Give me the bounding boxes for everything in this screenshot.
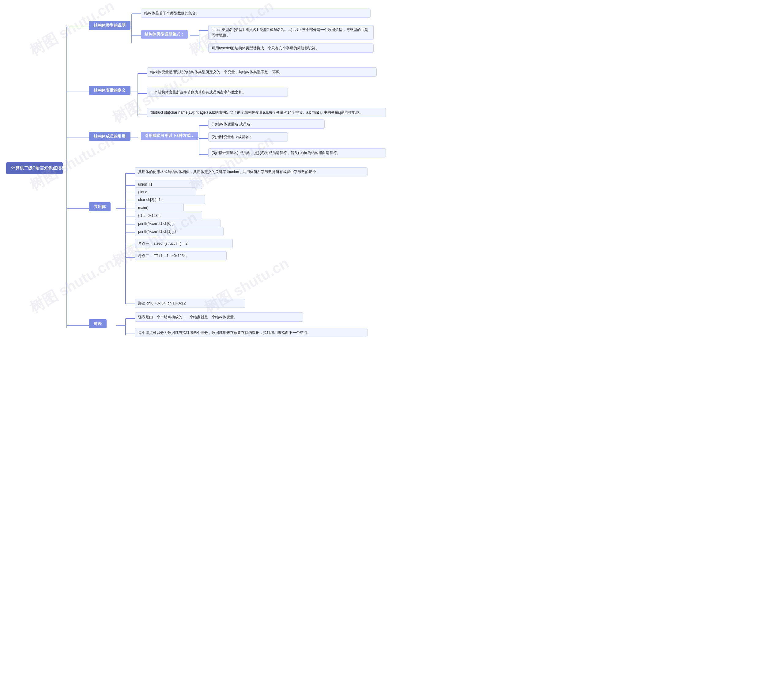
leaf-b1-sub-1: struct 类型名 {类型1 成员名1;类型2 成员名2;……}; 以上整个部… — [208, 25, 374, 40]
leaf-b1-sub-2: 可用typedef把结构体类型替换成一个只有几个字母的简短标识符。 — [208, 43, 374, 53]
root-label: 计算机二级C语言知识点结构体和共用 — [11, 166, 83, 170]
branch-struct-member: 结构体成员的引用 — [89, 132, 131, 141]
leaf-b3-2: (2)指针变量名->成员名； — [208, 133, 288, 141]
watermark-text: 树图 shutu.cn — [200, 253, 293, 318]
branch-struct-var: 结构体变量的定义 — [89, 86, 131, 95]
branch-struct-type: 结构体类型的说明 — [89, 21, 131, 30]
watermark-text: 树图 shutu.cn — [26, 0, 118, 60]
leaf-b2-3: 如struct stu{char name[10];int age;} a,b;… — [147, 108, 386, 117]
leaf-b4-8: printf("%x\n",t1.ch[1] );} — [135, 227, 223, 236]
leaf-b4-10: 考点二： TT t1 ; t1.a=0x1234; — [135, 251, 227, 260]
branch-linked-list: 链表 — [89, 319, 107, 328]
sub-branch-methods: 引用成员可用以下3种方式： — [141, 132, 198, 140]
root-node: 计算机二级C语言知识点结构体和共用 — [6, 162, 63, 174]
leaf-b3-3: (3)(*指针变量名).成员名。点(.)称为成员运算符，箭头(->)称为结构指向… — [208, 148, 386, 157]
leaf-b5-2: 每个结点可以分为数据域与指针域两个部分，数据域用来存放要存储的数据，指针域用来指… — [135, 328, 367, 337]
leaf-b4-9: 考点一： sizeof (struct TT) = 2; — [135, 239, 233, 248]
leaf-b5-1: 链表是由一个个结点构成的，一个结点就是一个结构体变量。 — [135, 312, 303, 321]
branch-union: 共用体 — [89, 202, 111, 211]
watermark-text: 树图 shutu.cn — [26, 253, 118, 318]
sub-branch-format: 结构体类型说明格式： — [141, 30, 188, 38]
leaf-b2-2: 一个结构体变量所占字节数为其所有成员所占字节数之和。 — [147, 88, 288, 97]
leaf-b3-1: (1)结构体变量名.成员名； — [208, 119, 325, 129]
leaf-b4-11: 那么 ch[0]=0x 34; ch[1]=0x12 — [135, 299, 245, 308]
leaf-b1-1: 结构体是若干个类型数据的集合。 — [141, 8, 370, 18]
leaf-b4-1: 共用体的使用格式与结构体相似，共用体定义的关键字为union，共用体所占字节数是… — [135, 167, 367, 176]
page-wrapper: 树图 shutu.cn 树图 shutu.cn 树图 shutu.cn 树图 s… — [0, 0, 392, 350]
leaf-b2-1: 结构体变量是用说明的结构体类型所定义的一个变量，与结构体类型不是一回事。 — [147, 67, 377, 76]
